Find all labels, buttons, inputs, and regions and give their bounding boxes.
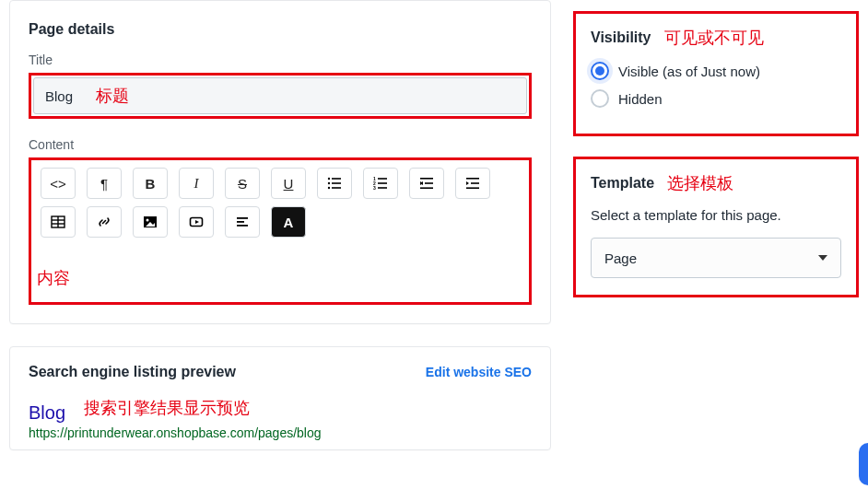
- svg-rect-32: [237, 225, 248, 227]
- bullet-list-icon: [327, 176, 342, 191]
- edit-seo-link[interactable]: Edit website SEO: [426, 365, 532, 379]
- title-label: Title: [29, 52, 532, 67]
- svg-rect-1: [332, 178, 341, 180]
- content-label: Content: [29, 137, 532, 152]
- visibility-card: Visibility 可见或不可见 Visible (as of Just no…: [573, 11, 859, 136]
- toolbar-code-button[interactable]: <>: [41, 168, 76, 199]
- svg-rect-19: [471, 182, 479, 184]
- svg-point-2: [328, 182, 330, 184]
- svg-rect-5: [332, 187, 341, 189]
- visibility-hidden-option[interactable]: Hidden: [591, 89, 841, 108]
- svg-rect-12: [420, 178, 433, 180]
- radio-checked-icon: [591, 62, 609, 80]
- svg-rect-30: [237, 217, 248, 219]
- svg-rect-17: [466, 178, 479, 180]
- svg-rect-15: [425, 182, 433, 184]
- template-heading: Template: [591, 175, 654, 192]
- template-card: Template 选择模板 Select a template for this…: [573, 157, 859, 297]
- svg-rect-20: [466, 187, 479, 189]
- svg-rect-7: [378, 178, 387, 180]
- toolbar-table-button[interactable]: [41, 206, 76, 238]
- svg-rect-11: [378, 187, 387, 189]
- outdent-icon: [419, 176, 434, 191]
- svg-marker-18: [466, 181, 469, 185]
- svg-rect-31: [237, 221, 244, 223]
- svg-marker-29: [195, 220, 199, 224]
- svg-point-0: [328, 178, 330, 180]
- seo-card: Search engine listing preview Edit websi…: [9, 346, 551, 450]
- video-icon: [189, 215, 204, 229]
- toolbar-link-button[interactable]: [87, 206, 122, 238]
- annotation-visibility: 可见或不可见: [664, 27, 764, 49]
- chat-widget-button[interactable]: [859, 443, 868, 485]
- toolbar-indent-button[interactable]: [455, 168, 490, 199]
- title-input[interactable]: [33, 77, 527, 114]
- toolbar-strike-button[interactable]: S: [225, 168, 260, 199]
- content-editor-highlight: <> ¶ B I S U 123: [29, 157, 532, 305]
- template-select[interactable]: Page: [591, 238, 841, 278]
- svg-rect-9: [378, 182, 387, 184]
- title-input-highlight: 标题: [29, 73, 532, 119]
- toolbar-image-button[interactable]: [133, 206, 168, 238]
- chevron-down-icon: [818, 255, 827, 261]
- page-details-card: Page details Title 标题 Content <> ¶ B I S…: [9, 0, 551, 324]
- radio-unchecked-icon: [591, 89, 609, 108]
- ordered-list-icon: 123: [373, 176, 388, 191]
- toolbar-underline-button[interactable]: U: [271, 168, 306, 199]
- template-help-text: Select a template for this page.: [591, 207, 841, 223]
- svg-rect-16: [420, 187, 433, 189]
- align-icon: [235, 215, 250, 229]
- toolbar-bold-button[interactable]: B: [133, 168, 168, 199]
- toolbar-align-button[interactable]: [225, 206, 260, 238]
- toolbar-italic-button[interactable]: I: [179, 168, 214, 199]
- svg-point-26: [147, 219, 149, 222]
- visibility-visible-option[interactable]: Visible (as of Just now): [591, 62, 841, 80]
- toolbar-bullet-list-button[interactable]: [317, 168, 352, 199]
- seo-heading: Search engine listing preview: [29, 364, 236, 380]
- toolbar-outdent-button[interactable]: [409, 168, 444, 199]
- svg-point-4: [328, 187, 330, 189]
- page-details-heading: Page details: [29, 21, 532, 38]
- annotation-template: 选择模板: [667, 172, 733, 194]
- seo-preview-title: Blog: [29, 402, 532, 424]
- indent-icon: [465, 176, 480, 191]
- toolbar-paragraph-button[interactable]: ¶: [87, 168, 122, 199]
- editor-toolbar: <> ¶ B I S U 123: [41, 168, 520, 238]
- link-icon: [97, 215, 111, 229]
- toolbar-color-button[interactable]: A: [271, 206, 306, 238]
- toolbar-video-button[interactable]: [179, 206, 214, 238]
- toolbar-ordered-list-button[interactable]: 123: [363, 168, 398, 199]
- seo-preview-url: https://printunderwear.onshopbase.com/pa…: [29, 425, 532, 440]
- svg-rect-3: [332, 182, 341, 184]
- svg-text:3: 3: [373, 185, 376, 191]
- annotation-content: 内容: [37, 267, 70, 289]
- visibility-hidden-label: Hidden: [618, 91, 663, 107]
- visibility-visible-label: Visible (as of Just now): [618, 64, 760, 79]
- visibility-heading: Visibility: [591, 29, 651, 46]
- table-icon: [51, 215, 65, 229]
- template-selected-value: Page: [604, 250, 637, 266]
- image-icon: [143, 215, 158, 229]
